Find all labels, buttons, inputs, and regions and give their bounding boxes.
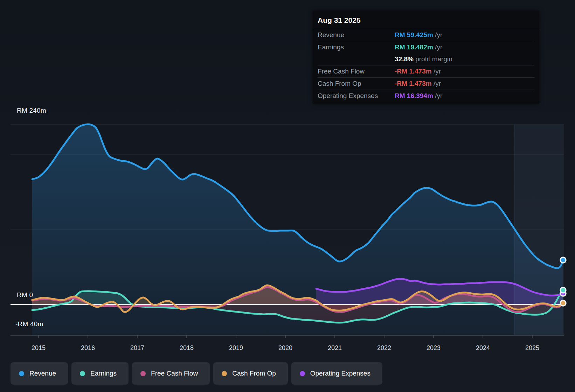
x-axis-year-label: 2020 — [271, 344, 299, 352]
x-axis-year-label: 2018 — [173, 344, 201, 352]
tooltip-row-label: Free Cash Flow — [318, 68, 395, 75]
y-axis-label: -RM 40m — [15, 320, 43, 328]
legend-item-earnings[interactable]: Earnings — [71, 362, 129, 385]
tooltip-row: Cash From Op-RM 1.473m /yr — [318, 77, 534, 90]
x-axis-year-label: 2019 — [222, 344, 250, 352]
legend-item-label: Operating Expenses — [310, 370, 370, 377]
legend-item-label: Earnings — [90, 370, 117, 377]
legend-item-operating-expenses[interactable]: Operating Expenses — [291, 362, 382, 385]
x-axis-year-label: 2017 — [123, 344, 151, 352]
tooltip-row-label: Earnings — [318, 43, 395, 51]
chart-tooltip: Aug 31 2025 RevenueRM 59.425m /yrEarning… — [313, 10, 539, 104]
y-axis-label: RM 0 — [17, 291, 33, 299]
x-axis-year-label: 2024 — [469, 344, 497, 352]
x-axis-year-label: 2021 — [321, 344, 349, 352]
x-axis-year-label: 2016 — [74, 344, 102, 352]
tooltip-row: Operating ExpensesRM 16.394m /yr — [318, 90, 534, 102]
legend-item-revenue[interactable]: Revenue — [11, 362, 68, 385]
legend-item-label: Cash From Op — [232, 370, 276, 377]
tooltip-row: RevenueRM 59.425m /yr — [318, 29, 534, 41]
tooltip-row-value: 32.8% profit margin — [395, 55, 452, 63]
tooltip-row: 32.8% profit margin — [318, 53, 534, 65]
earnings-endpoint-dot — [560, 287, 566, 293]
tooltip-row-label: Cash From Op — [318, 80, 395, 88]
operating-expenses-legend-dot — [300, 371, 305, 376]
tooltip-row-value: -RM 1.473m /yr — [395, 68, 441, 75]
x-axis-year-label: 2023 — [420, 344, 448, 352]
cash-from-op-legend-dot — [222, 371, 227, 376]
revenue-endpoint-dot — [560, 257, 566, 263]
tooltip-row-value: RM 19.482m /yr — [395, 43, 442, 51]
legend-item-label: Free Cash Flow — [151, 370, 198, 377]
legend: RevenueEarningsFree Cash FlowCash From O… — [11, 362, 382, 385]
tooltip-date: Aug 31 2025 — [313, 10, 539, 29]
legend-item-label: Revenue — [29, 370, 56, 377]
tooltip-row-label: Operating Expenses — [318, 92, 395, 100]
tooltip-rows: RevenueRM 59.425m /yrEarningsRM 19.482m … — [313, 29, 539, 102]
tooltip-row-value: -RM 1.473m /yr — [395, 80, 441, 88]
tooltip-row: Free Cash Flow-RM 1.473m /yr — [318, 65, 534, 77]
revenue-legend-dot — [19, 371, 24, 376]
legend-item-cash-from-op[interactable]: Cash From Op — [213, 362, 288, 385]
tooltip-row-value: RM 16.394m /yr — [395, 92, 442, 100]
tooltip-row-label: Revenue — [318, 31, 395, 39]
free-cash-flow-legend-dot — [140, 371, 146, 376]
tooltip-row: EarningsRM 19.482m /yr — [318, 41, 534, 53]
earnings-legend-dot — [80, 371, 85, 376]
x-axis-year-label: 2015 — [25, 344, 53, 352]
earnings-revenue-history-chart: RM 240mRM 0-RM 40m2015201620172018201920… — [0, 0, 575, 392]
tooltip-row-value: RM 59.425m /yr — [395, 31, 442, 39]
x-axis-year-label: 2022 — [370, 344, 398, 352]
x-axis-year-label: 2025 — [518, 344, 546, 352]
y-axis-label: RM 240m — [17, 107, 46, 114]
legend-item-free-cash-flow[interactable]: Free Cash Flow — [132, 362, 210, 385]
cashop-endpoint-dot — [560, 300, 566, 306]
